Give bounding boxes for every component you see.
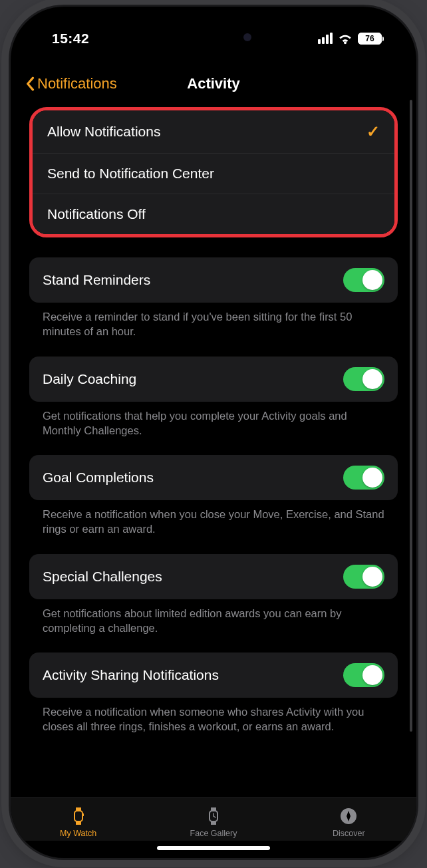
tab-label: My Watch [60, 829, 96, 838]
svg-rect-0 [74, 811, 82, 821]
compass-icon [339, 806, 358, 826]
svg-rect-2 [76, 821, 81, 825]
setting-description: Get notifications that help you complete… [29, 402, 398, 438]
option-label: Notifications Off [47, 206, 146, 222]
watch-face-icon [204, 806, 223, 826]
notification-mode-group: Allow Notifications ✓ Send to Notificati… [29, 107, 398, 237]
chevron-left-icon [25, 76, 35, 91]
option-send-to-center[interactable]: Send to Notification Center [33, 154, 394, 194]
option-allow-notifications[interactable]: Allow Notifications ✓ [33, 110, 394, 154]
back-label: Notifications [37, 75, 117, 92]
setting-row: Goal Completions [29, 455, 398, 500]
home-indicator[interactable] [157, 846, 270, 850]
page-title: Activity [187, 75, 239, 92]
checkmark-icon: ✓ [366, 122, 380, 141]
watch-icon [69, 806, 88, 826]
setting-label: Stand Reminders [43, 272, 150, 288]
setting-daily-coaching: Daily Coaching Get notifications that he… [29, 357, 398, 438]
setting-special-challenges: Special Challenges Get notifications abo… [29, 554, 398, 636]
toggle-activity-sharing[interactable] [343, 663, 384, 687]
option-label: Send to Notification Center [47, 166, 214, 182]
setting-stand-reminders: Stand Reminders Receive a reminder to st… [29, 257, 398, 339]
tab-label: Face Gallery [190, 829, 237, 838]
toggle-daily-coaching[interactable] [343, 367, 384, 391]
setting-label: Activity Sharing Notifications [43, 667, 219, 683]
svg-rect-6 [211, 821, 216, 825]
nav-header: Notifications Activity [11, 70, 416, 107]
phone-frame: 15:42 76 Notifications Activity Allow No… [11, 7, 416, 858]
option-label: Allow Notifications [47, 124, 160, 140]
status-indicators: 76 [318, 26, 382, 45]
tab-label: Discover [333, 829, 365, 838]
setting-row: Special Challenges [29, 554, 398, 599]
scroll-indicator[interactable] [410, 100, 412, 732]
toggle-goal-completions[interactable] [343, 466, 384, 490]
setting-row: Stand Reminders [29, 257, 398, 303]
svg-rect-5 [211, 807, 216, 811]
toggle-stand-reminders[interactable] [343, 268, 384, 292]
setting-description: Receive a notification when you close yo… [29, 500, 398, 537]
setting-label: Special Challenges [43, 569, 162, 585]
wifi-icon [338, 33, 353, 45]
tab-face-gallery[interactable]: Face Gallery [146, 806, 280, 838]
back-button[interactable]: Notifications [25, 75, 117, 92]
option-notifications-off[interactable]: Notifications Off [33, 194, 394, 234]
svg-rect-3 [82, 813, 84, 816]
dynamic-island [157, 24, 270, 51]
setting-label: Goal Completions [43, 470, 154, 486]
svg-rect-1 [76, 807, 81, 811]
content-scroll[interactable]: Allow Notifications ✓ Send to Notificati… [11, 107, 416, 797]
setting-description: Receive a reminder to stand if you've be… [29, 303, 398, 339]
setting-row: Daily Coaching [29, 357, 398, 402]
toggle-special-challenges[interactable] [343, 565, 384, 589]
setting-description: Get notifications about limited edition … [29, 599, 398, 636]
cellular-signal-icon [318, 33, 333, 44]
battery-icon: 76 [358, 33, 382, 45]
setting-activity-sharing: Activity Sharing Notifications Receive a… [29, 652, 398, 734]
tab-bar: My Watch Face Gallery Discover [11, 797, 416, 841]
setting-row: Activity Sharing Notifications [29, 652, 398, 698]
tab-discover[interactable]: Discover [282, 806, 416, 838]
setting-description: Receive a notification when someone who … [29, 698, 398, 734]
tab-my-watch[interactable]: My Watch [11, 806, 145, 838]
setting-goal-completions: Goal Completions Receive a notification … [29, 455, 398, 537]
status-time: 15:42 [52, 24, 89, 47]
setting-label: Daily Coaching [43, 371, 136, 387]
